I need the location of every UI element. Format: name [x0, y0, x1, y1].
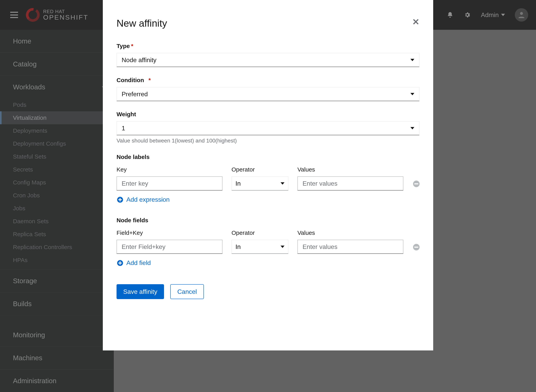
- svg-rect-7: [118, 199, 122, 200]
- key-header: Key: [117, 166, 223, 173]
- remove-row-icon[interactable]: [413, 180, 420, 188]
- svg-rect-9: [414, 247, 418, 248]
- operator-value: In: [235, 180, 241, 187]
- node-fields-heading: Node fields: [117, 217, 419, 224]
- type-label-text: Type: [117, 43, 130, 49]
- chevron-down-icon: [410, 59, 414, 61]
- operator-select[interactable]: In: [232, 176, 288, 191]
- node-labels-heading: Node labels: [117, 154, 419, 160]
- add-expression-text: Add expression: [126, 196, 170, 203]
- add-expression-link[interactable]: Add expression: [117, 196, 419, 203]
- type-form-group: Type* Node affinity: [117, 43, 419, 67]
- type-label: Type*: [117, 43, 419, 49]
- type-value: Node affinity: [122, 56, 156, 64]
- values-header2: Values: [297, 229, 403, 236]
- plus-circle-icon2: [117, 260, 123, 266]
- chevron-down-icon: [280, 182, 285, 185]
- operator-header2: Operator: [232, 229, 288, 236]
- weight-value: 1: [122, 125, 125, 132]
- operator-value2: In: [235, 243, 241, 251]
- condition-select[interactable]: Preferred: [117, 87, 419, 101]
- required-star-icon: *: [148, 77, 151, 83]
- operator-header: Operator: [232, 166, 288, 173]
- close-icon[interactable]: ✕: [412, 18, 419, 26]
- chevron-down-icon: [410, 93, 414, 95]
- modal-actions: Save affinity Cancel: [117, 284, 419, 299]
- fieldkey-input[interactable]: [117, 240, 223, 254]
- add-field-text: Add field: [126, 259, 151, 266]
- values-input[interactable]: [297, 176, 403, 191]
- condition-label: Condition *: [117, 77, 419, 84]
- svg-rect-12: [118, 262, 122, 263]
- weight-form-group: Weight 1 Value should between 1(lowest) …: [117, 111, 419, 144]
- chevron-down-icon: [280, 246, 285, 248]
- values-column: Values: [297, 166, 403, 191]
- condition-form-group: Condition * Preferred: [117, 77, 419, 101]
- key-input[interactable]: [117, 176, 223, 191]
- plus-circle-icon: [117, 196, 123, 203]
- weight-helper-text: Value should between 1(lowest) and 100(h…: [117, 138, 419, 144]
- condition-label-text: Condition: [117, 77, 144, 83]
- operator-column: Operator In: [232, 166, 288, 191]
- node-fields-row: Field+Key Operator In Values: [117, 229, 419, 254]
- add-field-link[interactable]: Add field: [117, 259, 419, 266]
- modal-header: New affinity ✕: [117, 18, 419, 29]
- required-star-icon: *: [131, 43, 133, 49]
- operator-select2[interactable]: In: [232, 240, 288, 254]
- fieldkey-column: Field+Key: [117, 229, 223, 254]
- modal-title: New affinity: [117, 18, 167, 29]
- node-labels-row: Key Operator In Values: [117, 166, 419, 191]
- chevron-down-icon: [410, 127, 414, 129]
- weight-select[interactable]: 1: [117, 121, 419, 135]
- operator-column2: Operator In: [232, 229, 288, 254]
- weight-label: Weight: [117, 111, 419, 118]
- values-column2: Values: [297, 229, 403, 254]
- new-affinity-modal: New affinity ✕ Type* Node affinity Condi…: [103, 0, 433, 350]
- values-input2[interactable]: [297, 240, 403, 254]
- cancel-button[interactable]: Cancel: [170, 284, 204, 299]
- key-column: Key: [117, 166, 223, 191]
- fieldkey-header: Field+Key: [117, 229, 223, 236]
- svg-rect-4: [414, 183, 418, 184]
- type-select[interactable]: Node affinity: [117, 53, 419, 67]
- remove-row-icon2[interactable]: [413, 243, 420, 251]
- values-header: Values: [297, 166, 403, 173]
- save-affinity-button[interactable]: Save affinity: [117, 284, 164, 299]
- condition-value: Preferred: [122, 91, 148, 98]
